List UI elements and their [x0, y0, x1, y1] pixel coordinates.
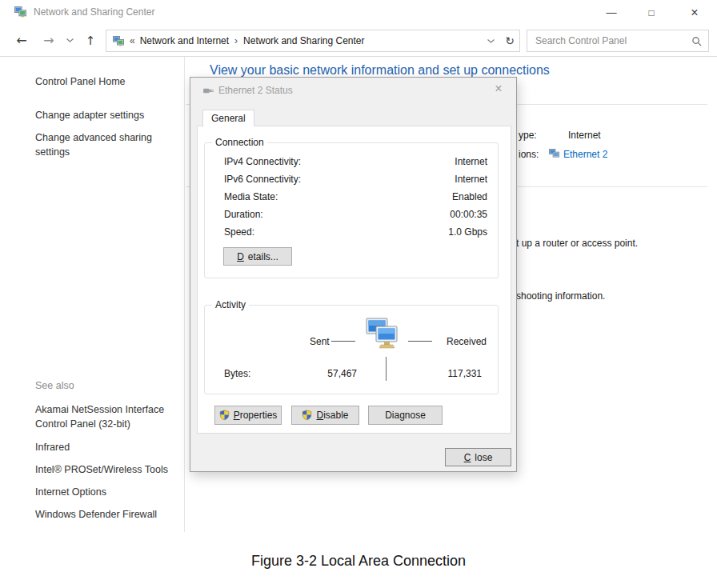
- maximize-button[interactable]: □: [633, 0, 670, 25]
- troubleshooting-text-fragment: shooting information.: [516, 290, 605, 302]
- see-also-heading: See also: [35, 380, 74, 391]
- properties-button-label: Properties: [234, 410, 278, 421]
- sidebar-item-windows-defender-firewall[interactable]: Windows Defender Firewall: [35, 507, 157, 522]
- sent-connector-line: [331, 341, 355, 342]
- details-button[interactable]: Details...: [223, 247, 292, 266]
- sidebar-item-internet-options[interactable]: Internet Options: [35, 485, 106, 499]
- received-label: Received: [447, 336, 487, 347]
- row-label: Media State:: [224, 191, 278, 202]
- row-label: Speed:: [224, 226, 254, 238]
- breadcrumb-network-and-sharing-center[interactable]: Network and Sharing Center: [243, 35, 364, 46]
- sidebar-item-akamai-netsession[interactable]: Akamai NetSession Interface Control Pane…: [35, 402, 181, 431]
- sidebar-item-change-adapter-settings[interactable]: Change adapter settings: [35, 108, 144, 122]
- minimize-button[interactable]: —: [593, 0, 630, 25]
- forward-icon[interactable]: →: [38, 25, 59, 56]
- connection-row: IPv4 Connectivity: Internet: [224, 153, 487, 170]
- activity-computers-icon: [362, 317, 403, 357]
- network-sharing-center-screen: Network and Sharing Center — □ × ← → ↑ «…: [0, 0, 717, 588]
- breadcrumb-overflow[interactable]: «: [130, 35, 135, 46]
- router-text-fragment: t up a router or access point.: [516, 238, 638, 249]
- activity-groupbox: Activity Sent Received Bytes: 57,467: [204, 305, 499, 394]
- connection-row: Media State: Enabled: [224, 188, 487, 206]
- up-icon[interactable]: ↑: [80, 25, 101, 56]
- uac-shield-icon: [302, 410, 312, 421]
- connection-rows: IPv4 Connectivity: Internet IPv6 Connect…: [224, 153, 487, 241]
- connection-row: Duration: 00:00:35: [224, 206, 487, 223]
- access-type-label-fragment: ype:: [519, 130, 537, 141]
- activity-group-label: Activity: [212, 299, 249, 310]
- row-label: IPv4 Connectivity:: [224, 156, 301, 167]
- row-value: Internet: [455, 156, 487, 167]
- page-heading: View your basic network information and …: [210, 63, 550, 78]
- connection-groupbox: Connection IPv4 Connectivity: Internet I…: [204, 142, 499, 278]
- window-titlebar[interactable]: Network and Sharing Center — □ ×: [0, 0, 717, 25]
- close-window-button[interactable]: ×: [676, 0, 713, 25]
- history-chevron-down-icon[interactable]: [62, 25, 77, 56]
- properties-button[interactable]: Properties: [214, 406, 282, 425]
- row-value: Internet: [455, 174, 487, 185]
- access-type-value: Internet: [568, 130, 601, 141]
- bytes-label: Bytes:: [224, 368, 250, 379]
- received-connector-line: [408, 341, 432, 342]
- connection-group-label: Connection: [212, 137, 267, 148]
- disable-button[interactable]: Disable: [291, 406, 359, 425]
- row-value: Enabled: [452, 191, 487, 202]
- breadcrumb-separator: ›: [234, 35, 238, 46]
- ethernet-plug-icon: [202, 86, 214, 95]
- bytes-divider: [386, 357, 387, 381]
- network-app-icon: [14, 6, 27, 21]
- sidebar-item-intel-proset[interactable]: Intel® PROSet/Wireless Tools: [35, 462, 168, 477]
- row-label: Duration:: [224, 209, 263, 220]
- sidebar-item-infrared[interactable]: Infrared: [35, 440, 70, 454]
- sidebar-item-control-panel-home[interactable]: Control Panel Home: [35, 74, 126, 89]
- row-label: IPv6 Connectivity:: [224, 174, 301, 185]
- row-value: 00:00:35: [450, 209, 487, 220]
- connection-row: IPv6 Connectivity: Internet: [224, 170, 487, 188]
- back-icon[interactable]: ←: [11, 25, 32, 56]
- ethernet-status-dialog: Ethernet 2 Status × General Connection I…: [190, 77, 517, 472]
- address-chevron-down-icon[interactable]: [481, 30, 500, 51]
- search-input[interactable]: [527, 35, 684, 46]
- row-value: 1.0 Gbps: [448, 226, 487, 238]
- ethernet-link-icon: [549, 149, 560, 161]
- tab-general[interactable]: General: [202, 110, 254, 126]
- sidebar-item-change-advanced-sharing[interactable]: Change advanced sharing settings: [35, 130, 173, 159]
- connections-label-fragment: ions:: [519, 149, 539, 160]
- search-icon[interactable]: [684, 36, 708, 46]
- sidebar: [0, 57, 185, 532]
- diagnose-button[interactable]: Diagnose: [368, 406, 443, 425]
- ethernet-2-link[interactable]: Ethernet 2: [563, 149, 607, 160]
- refresh-icon[interactable]: ↻: [500, 30, 519, 51]
- navigation-bar: ← → ↑ « Network and Internet › Network a…: [0, 25, 717, 57]
- breadcrumb-network-and-internet[interactable]: Network and Internet: [140, 35, 229, 46]
- sent-label: Sent: [310, 336, 330, 347]
- received-bytes-value: 117,331: [448, 368, 483, 379]
- address-bar[interactable]: « Network and Internet › Network and Sha…: [106, 30, 520, 52]
- disable-button-label: Disable: [316, 410, 348, 421]
- dialog-close-icon[interactable]: ×: [490, 82, 507, 96]
- connection-row: Speed: 1.0 Gbps: [224, 223, 487, 241]
- figure-caption: Figure 3-2 Local Area Connection: [0, 553, 717, 570]
- sent-bytes-value: 57,467: [327, 368, 357, 379]
- dialog-close-button[interactable]: Close: [445, 448, 511, 466]
- dialog-titlebar[interactable]: Ethernet 2 Status ×: [190, 78, 516, 103]
- window-title: Network and Sharing Center: [34, 6, 154, 18]
- uac-shield-icon: [219, 410, 230, 421]
- network-location-icon: [113, 36, 125, 46]
- search-box: [527, 30, 709, 52]
- dialog-title: Ethernet 2 Status: [218, 85, 293, 96]
